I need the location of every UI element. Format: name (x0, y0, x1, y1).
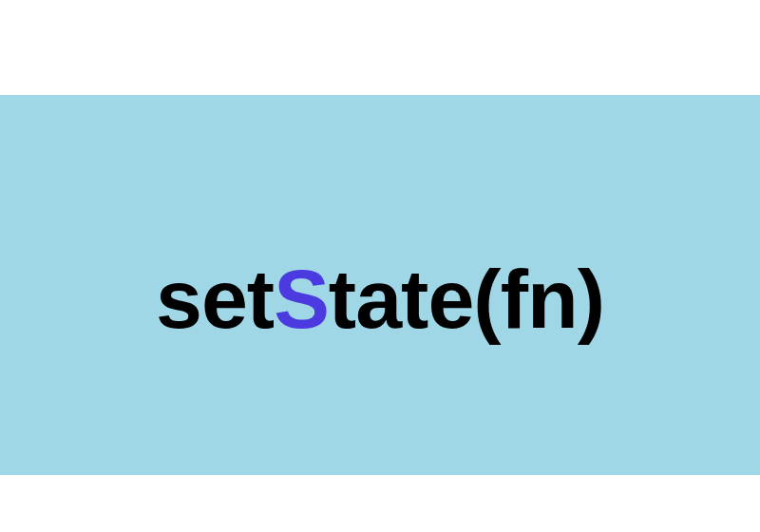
page-title: setState(fn) (156, 251, 604, 348)
title-accent-letter: S (274, 252, 329, 346)
title-suffix: tate(fn) (329, 252, 604, 346)
banner: setState(fn) (0, 95, 760, 475)
title-prefix: set (156, 252, 274, 346)
